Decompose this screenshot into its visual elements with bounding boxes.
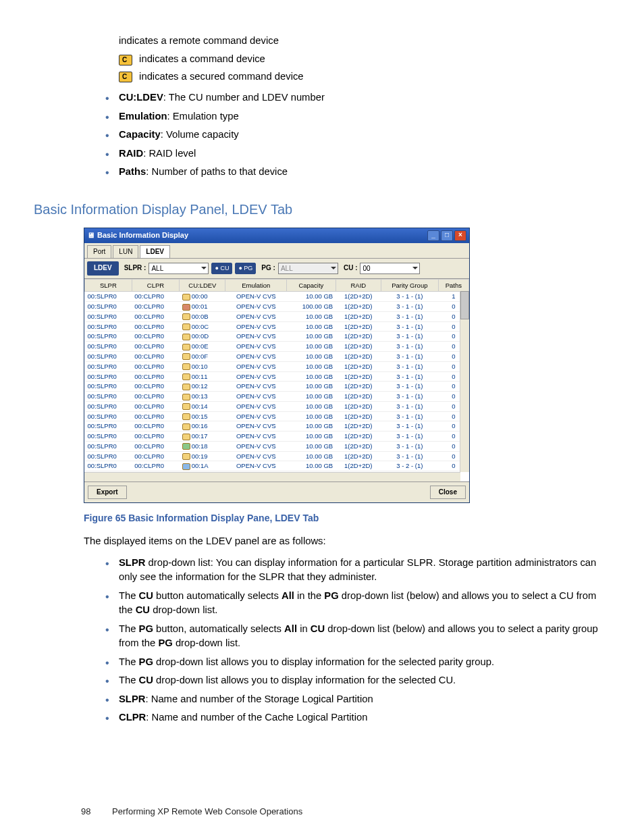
table-row[interactable]: 00:SLPR000:CLPR000:16OPEN-V CVS10.00 GB1… (85, 421, 469, 432)
cu-radio-button[interactable]: ● CU (211, 263, 232, 274)
tabs: Port LUN LDEV (84, 243, 469, 259)
volume-icon (182, 313, 190, 320)
ldev-badge: LDEV (87, 261, 119, 276)
figure-caption: Figure 65 Basic Information Display Pane… (84, 511, 603, 525)
page-number: 98 (81, 806, 90, 816)
intro-text-3: indicates a secured command device (136, 71, 304, 82)
top-bullet-list: CU:LDEV: The CU number and LDEV numberEm… (105, 90, 603, 179)
secured-command-device-icon (119, 72, 132, 82)
table-row[interactable]: 00:SLPR000:CLPR000:10OPEN-V CVS10.00 GB1… (85, 361, 469, 371)
col-header[interactable]: Paths (438, 279, 468, 292)
table-row[interactable]: 00:SLPR000:CLPR000:18OPEN-V CVS10.00 GB1… (85, 441, 469, 451)
volume-icon (182, 403, 190, 410)
minimize-button[interactable]: _ (427, 230, 439, 241)
list-item: Emulation: Emulation type (105, 109, 603, 124)
list-item: The CU drop-down list allows you to disp… (105, 673, 603, 687)
volume-icon (182, 434, 190, 440)
volume-icon (182, 344, 190, 350)
col-header[interactable]: Parity Group (381, 279, 438, 292)
list-item: Capacity: Volume capacity (105, 128, 603, 142)
table-row[interactable]: 00:SLPR000:CLPR000:13OPEN-V CVS10.00 GB1… (85, 392, 469, 402)
list-item: SLPR: Name and number of the Storage Log… (105, 692, 603, 706)
table-row[interactable]: 00:SLPR000:CLPR000:1AOPEN-V CVS10.00 GB1… (85, 461, 469, 471)
volume-icon (182, 294, 190, 301)
volume-icon (182, 453, 190, 460)
cu-label: CU : (344, 263, 358, 273)
slpr-dropdown[interactable]: ALL (149, 263, 209, 274)
col-header[interactable]: SLPR (85, 279, 132, 292)
list-item: RAID: RAID level (105, 147, 603, 161)
ldev-table: SLPRCLPRCU:LDEVEmulationCapacityRAIDPari… (84, 279, 469, 481)
table-row[interactable]: 00:SLPR000:CLPR000:14OPEN-V CVS10.00 GB1… (85, 401, 469, 411)
volume-icon (182, 463, 190, 470)
volume-icon (182, 353, 190, 360)
col-header[interactable]: Emulation (225, 279, 287, 292)
col-header[interactable]: RAID (336, 279, 381, 292)
tab-ldev[interactable]: LDEV (140, 245, 170, 259)
list-item: The PG button, automatically selects All… (105, 622, 603, 651)
close-window-button[interactable]: × (454, 230, 466, 241)
pg-label: PG : (261, 263, 275, 273)
list-item: CU:LDEV: The CU number and LDEV number (105, 90, 603, 105)
table-row[interactable]: 00:SLPR000:CLPR000:19OPEN-V CVS10.00 GB1… (85, 451, 469, 461)
vertical-scrollbar[interactable] (460, 291, 469, 472)
volume-icon (182, 373, 190, 380)
table-row[interactable]: 00:SLPR000:CLPR000:0EOPEN-V CVS10.00 GB1… (85, 342, 469, 352)
volume-icon (182, 443, 190, 450)
intro-line-3: indicates a secured command device (119, 70, 603, 84)
col-header[interactable]: Capacity (287, 279, 336, 292)
window-title: 🖥Basic Information Display (87, 230, 188, 241)
horizontal-scrollbar[interactable] (84, 472, 460, 481)
table-row[interactable]: 00:SLPR000:CLPR000:01OPEN-V CVS100.00 GB… (85, 302, 469, 312)
volume-icon (182, 423, 190, 430)
tab-port[interactable]: Port (87, 245, 111, 259)
table-row[interactable]: 00:SLPR000:CLPR000:0DOPEN-V CVS10.00 GB1… (85, 332, 469, 342)
pg-radio-button[interactable]: ● PG (235, 263, 256, 274)
bottom-bullet-list: SLPR drop-down list: You can display inf… (105, 556, 603, 725)
controls-bar: LDEV SLPR : ALL ● CU ● PG PG : ALL CU : … (84, 259, 469, 279)
table-row[interactable]: 00:SLPR000:CLPR000:0COPEN-V CVS10.00 GB1… (85, 321, 469, 332)
volume-icon (182, 304, 190, 311)
after-figure-paragraph: The displayed items on the LDEV panel ar… (84, 534, 603, 548)
basic-info-window: 🖥Basic Information Display _ □ × Port LU… (84, 228, 470, 504)
volume-icon (182, 413, 190, 420)
volume-icon (182, 323, 190, 330)
list-item: Paths: Number of paths to that device (105, 165, 603, 179)
list-item: CLPR: Name and number of the Cache Logic… (105, 710, 603, 725)
list-item: SLPR drop-down list: You can display inf… (105, 556, 603, 585)
table-row[interactable]: 00:SLPR000:CLPR000:11OPEN-V CVS10.00 GB1… (85, 371, 469, 382)
section-heading: Basic Information Display Panel, LDEV Ta… (34, 200, 603, 219)
titlebar: 🖥Basic Information Display _ □ × (84, 228, 469, 243)
tab-lun[interactable]: LUN (113, 245, 138, 259)
volume-icon (182, 363, 190, 370)
page-footer: 98 Performing XP Remote Web Console Oper… (81, 806, 603, 818)
table-row[interactable]: 00:SLPR000:CLPR000:00OPEN-V CVS10.00 GB1… (85, 292, 469, 302)
bottom-bar: Export Close (84, 481, 469, 503)
command-device-icon (119, 55, 132, 66)
grid-area: SLPRCLPRCU:LDEVEmulationCapacityRAIDPari… (84, 279, 469, 481)
table-row[interactable]: 00:SLPR000:CLPR000:0FOPEN-V CVS10.00 GB1… (85, 351, 469, 361)
col-header[interactable]: CLPR (132, 279, 179, 292)
intro-line-2: indicates a command device (119, 52, 603, 66)
cu-dropdown[interactable]: 00 (360, 263, 420, 274)
table-row[interactable]: 00:SLPR000:CLPR000:12OPEN-V CVS10.00 GB1… (85, 382, 469, 392)
table-row[interactable]: 00:SLPR000:CLPR000:17OPEN-V CVS10.00 GB1… (85, 432, 469, 442)
col-header[interactable]: CU:LDEV (180, 279, 225, 292)
list-item: The CU button automatically selects All … (105, 589, 603, 618)
maximize-button[interactable]: □ (441, 230, 453, 241)
volume-icon (182, 384, 190, 390)
table-row[interactable]: 00:SLPR000:CLPR000:0BOPEN-V CVS10.00 GB1… (85, 311, 469, 321)
pg-dropdown[interactable]: ALL (278, 263, 338, 274)
close-button[interactable]: Close (430, 486, 466, 500)
intro-line-1: indicates a remote command device (119, 34, 603, 48)
intro-text-2: indicates a command device (136, 53, 265, 64)
table-header-row: SLPRCLPRCU:LDEVEmulationCapacityRAIDPari… (85, 279, 469, 292)
list-item: The PG drop-down list allows you to disp… (105, 655, 603, 669)
export-button[interactable]: Export (88, 486, 127, 500)
table-row[interactable]: 00:SLPR000:CLPR000:15OPEN-V CVS10.00 GB1… (85, 411, 469, 421)
chapter-title: Performing XP Remote Web Console Operati… (112, 806, 302, 816)
slpr-label: SLPR : (124, 263, 146, 273)
volume-icon (182, 394, 190, 400)
volume-icon (182, 334, 190, 340)
